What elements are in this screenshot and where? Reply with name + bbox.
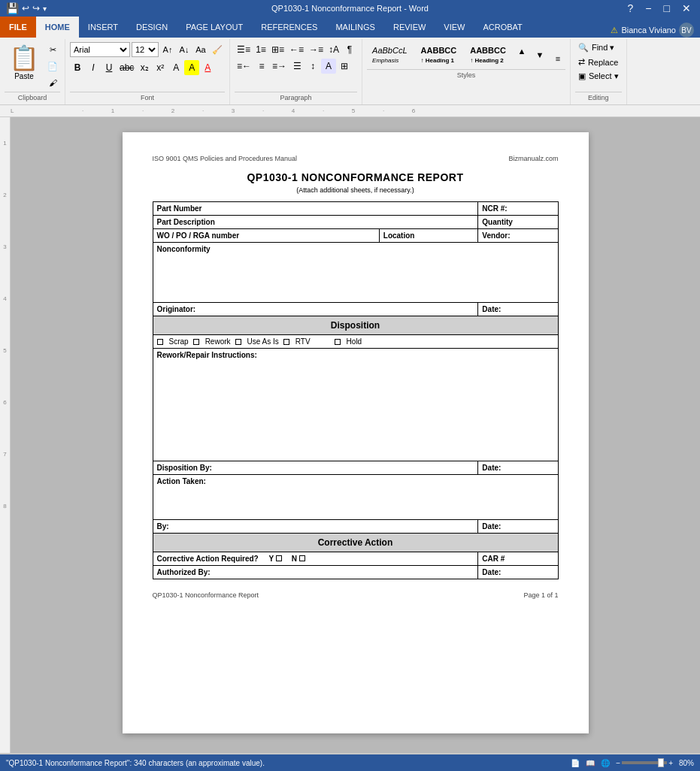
tab-view[interactable]: VIEW xyxy=(435,17,474,38)
main-area: 1 2 3 4 5 6 7 8 ISO 9001 QMS Policies an… xyxy=(0,117,700,753)
ribbon-group-editing: 🔍 Find ▾ ⇄ Replace ▣ Select ▾ Editing xyxy=(571,39,627,104)
table-row: Authorized By: Date: xyxy=(153,566,558,579)
bold-btn[interactable]: B xyxy=(70,60,85,75)
scrap-checkbox[interactable] xyxy=(157,339,163,345)
quick-access-more[interactable]: ▾ xyxy=(43,5,47,13)
close-btn[interactable]: ✕ xyxy=(679,2,694,14)
document-subtitle: (Attach additional sheets, if necessary.… xyxy=(153,186,559,194)
replace-btn[interactable]: ⇄ Replace xyxy=(575,56,621,68)
shading-btn[interactable]: A xyxy=(321,59,336,74)
increase-indent-btn[interactable]: →≡ xyxy=(307,42,326,57)
select-btn[interactable]: ▣ Select ▾ xyxy=(575,71,622,82)
page-footer: QP1030-1 Nonconformance Report Page 1 of… xyxy=(153,591,559,599)
subscript-btn[interactable]: x₂ xyxy=(137,60,152,75)
tab-home[interactable]: HOME xyxy=(36,17,79,38)
superscript-btn[interactable]: x² xyxy=(153,60,168,75)
grow-font-btn[interactable]: A↑ xyxy=(160,42,175,57)
font-name-select[interactable]: Arial xyxy=(70,42,130,57)
hold-checkbox[interactable] xyxy=(335,339,341,345)
table-row: By: Date: xyxy=(153,520,558,534)
cut-button[interactable]: ✂ xyxy=(45,42,60,57)
use-as-is-checkbox[interactable] xyxy=(235,339,241,345)
wo-po-rga-label: WO / PO / RGA number xyxy=(153,229,379,243)
user-area[interactable]: ⚠ Bianca Viviano BV xyxy=(611,23,694,38)
italic-btn[interactable]: I xyxy=(86,60,101,75)
style-heading1[interactable]: AABBCC↑ Heading 1 xyxy=(416,44,462,66)
style-heading2[interactable]: AABBCC↑ Heading 2 xyxy=(465,44,511,66)
font-color-btn[interactable]: A xyxy=(200,60,215,75)
n-checkbox[interactable] xyxy=(299,555,305,561)
decrease-indent-btn[interactable]: ←≡ xyxy=(287,42,306,57)
tab-mailings[interactable]: MAILINGS xyxy=(326,17,384,38)
paste-button[interactable]: 📋 Paste xyxy=(5,42,44,82)
undo-icon[interactable]: ↩ xyxy=(22,3,29,14)
line-spacing-btn[interactable]: ↕ xyxy=(305,59,320,74)
tab-acrobat[interactable]: ACROBAT xyxy=(474,17,531,38)
footer-left: QP1030-1 Nonconformance Report xyxy=(153,591,259,599)
minimize-btn[interactable]: − xyxy=(642,2,654,14)
table-row: Scrap Rework Use As Is RTV Hold xyxy=(153,335,558,349)
y-label: Y xyxy=(268,555,274,563)
tab-file[interactable]: FILE xyxy=(0,17,36,38)
tab-page-layout[interactable]: PAGE LAYOUT xyxy=(177,17,252,38)
tab-review[interactable]: REVIEW xyxy=(384,17,435,38)
underline-btn[interactable]: U xyxy=(102,60,117,75)
redo-icon[interactable]: ↪ xyxy=(32,3,40,14)
by-label: By: xyxy=(153,520,478,534)
text-effect-btn[interactable]: A xyxy=(168,60,183,75)
para-row-2: ≡← ≡ ≡→ ☰ ↕ A ⊞ xyxy=(235,59,352,74)
checkbox-row: Scrap Rework Use As Is RTV Hold xyxy=(157,337,554,346)
document-page: ISO 9001 QMS Policies and Procedures Man… xyxy=(123,132,589,733)
styles-scroll-down[interactable]: ▼ xyxy=(532,47,547,62)
rtv-label: RTV xyxy=(295,337,311,346)
rework-label: Rework xyxy=(205,337,231,346)
para-row-1: ☰≡ 1≡ ⊞≡ ←≡ →≡ ↕A ¶ xyxy=(235,42,357,57)
car-required-label: Corrective Action Required? xyxy=(157,555,259,563)
tab-design[interactable]: DESIGN xyxy=(127,17,177,38)
vertical-ruler: 1 2 3 4 5 6 7 8 xyxy=(0,117,11,753)
rtv-checkbox[interactable] xyxy=(283,339,289,345)
justify-btn[interactable]: ☰ xyxy=(289,59,305,74)
align-right-btn[interactable]: ≡→ xyxy=(270,59,289,74)
copy-button[interactable]: 📄 xyxy=(45,59,60,74)
format-painter-button[interactable]: 🖌 xyxy=(45,75,60,90)
show-hide-btn[interactable]: ¶ xyxy=(342,42,357,57)
table-row: Part Description Quantity xyxy=(153,216,558,229)
font-label: Font xyxy=(70,92,225,101)
strikethrough-btn[interactable]: abc xyxy=(117,60,136,75)
align-left-btn[interactable]: ≡← xyxy=(235,59,253,74)
ncr-label: NCR #: xyxy=(478,202,558,216)
align-center-btn[interactable]: ≡ xyxy=(254,59,269,74)
user-warning-icon: ⚠ xyxy=(611,26,618,35)
tab-insert[interactable]: INSERT xyxy=(79,17,127,38)
table-row: Part Number NCR #: xyxy=(153,202,558,216)
table-row: Disposition xyxy=(153,316,558,335)
change-case-btn[interactable]: Aa xyxy=(193,42,208,57)
bullets-btn[interactable]: ☰≡ xyxy=(235,42,253,57)
date2-label: Date: xyxy=(478,461,558,475)
border-btn[interactable]: ⊞ xyxy=(337,59,352,74)
sort-btn[interactable]: ↕A xyxy=(326,42,341,57)
style-emphasis[interactable]: AaBbCcLEmphasis xyxy=(367,44,412,66)
rework-checkbox[interactable] xyxy=(193,339,199,345)
user-name: Bianca Viviano xyxy=(621,26,676,35)
table-row: Corrective Action Required? Y N CAR # xyxy=(153,552,558,566)
clear-format-btn[interactable]: 🧹 xyxy=(210,42,225,57)
nonconformity-label: Nonconformity xyxy=(153,243,558,303)
tab-references[interactable]: REFERENCES xyxy=(252,17,326,38)
font-size-select[interactable]: 12 xyxy=(132,42,159,57)
y-checkbox[interactable] xyxy=(276,555,282,561)
maximize-btn[interactable]: □ xyxy=(661,2,673,14)
part-desc-label: Part Description xyxy=(153,216,478,229)
help-btn[interactable]: ? xyxy=(625,2,637,14)
styles-scroll-up[interactable]: ▲ xyxy=(514,44,529,59)
table-row: Action Taken: xyxy=(153,475,558,520)
highlight-btn[interactable]: A xyxy=(184,60,199,75)
multilevel-btn[interactable]: ⊞≡ xyxy=(269,42,286,57)
shrink-font-btn[interactable]: A↓ xyxy=(177,42,192,57)
find-btn[interactable]: 🔍 Find ▾ xyxy=(575,42,617,53)
styles-label: Styles xyxy=(367,69,565,79)
table-row: Corrective Action xyxy=(153,534,558,552)
numbering-btn[interactable]: 1≡ xyxy=(253,42,268,57)
styles-more[interactable]: ≡ xyxy=(550,51,565,66)
